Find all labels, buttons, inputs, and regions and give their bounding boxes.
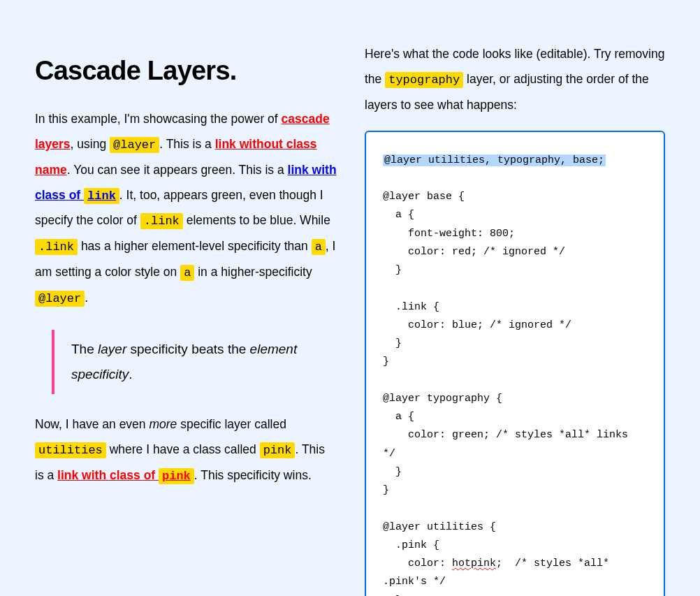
text: . bbox=[85, 291, 88, 305]
text: . You can see it appears green. This is … bbox=[67, 163, 288, 177]
code-pink: pink bbox=[260, 442, 296, 458]
spellcheck-wavy: hotpink bbox=[452, 558, 496, 569]
code-dotlink: .link bbox=[140, 213, 183, 229]
code-a: a bbox=[312, 239, 326, 255]
blockquote-text: The layer specificity beats the element … bbox=[71, 337, 337, 387]
text: has a higher element-level specificity t… bbox=[78, 239, 312, 253]
text: . This specificity wins. bbox=[194, 468, 312, 482]
code-link-in-link: link bbox=[84, 188, 119, 204]
text: elements to be blue. While bbox=[183, 213, 330, 227]
paragraph-2: Now, I have an even more specific layer … bbox=[35, 412, 337, 489]
text: where I have a class called bbox=[106, 442, 260, 456]
text: , using bbox=[71, 137, 110, 151]
em-more: more bbox=[149, 417, 177, 431]
code-dotlink: .link bbox=[35, 239, 78, 255]
code-pink-in-link: pink bbox=[159, 468, 194, 484]
page-title: Cascade Layers. bbox=[35, 56, 337, 86]
code-editor[interactable]: @layer utilities, typography, base; @lay… bbox=[365, 131, 665, 596]
code-a: a bbox=[180, 265, 194, 281]
text: In this example, I'm showcasing the powe… bbox=[35, 112, 282, 126]
text: in a higher-specificity bbox=[194, 265, 312, 279]
link-with-class-pink[interactable]: link with class of pink bbox=[57, 468, 194, 482]
blockquote: The layer specificity beats the element … bbox=[52, 330, 337, 394]
paragraph-right: Here's what the code looks like (editabl… bbox=[365, 42, 665, 118]
code-typography: typography bbox=[385, 72, 463, 88]
em-layer: layer bbox=[98, 342, 126, 356]
article-column: Cascade Layers. In this example, I'm sho… bbox=[35, 42, 337, 596]
paragraph-1: In this example, I'm showcasing the powe… bbox=[35, 107, 337, 312]
code-utilities: utilities bbox=[35, 442, 106, 458]
code-column: Here's what the code looks like (editabl… bbox=[365, 42, 665, 596]
text: . This is a bbox=[159, 137, 214, 151]
highlighted-line: @layer utilities, typography, base; bbox=[383, 154, 606, 166]
text: specific layer called bbox=[177, 417, 286, 431]
code-layer: @layer bbox=[110, 137, 159, 153]
code-layer: @layer bbox=[35, 291, 85, 307]
text: Now, I have an even bbox=[35, 417, 149, 431]
